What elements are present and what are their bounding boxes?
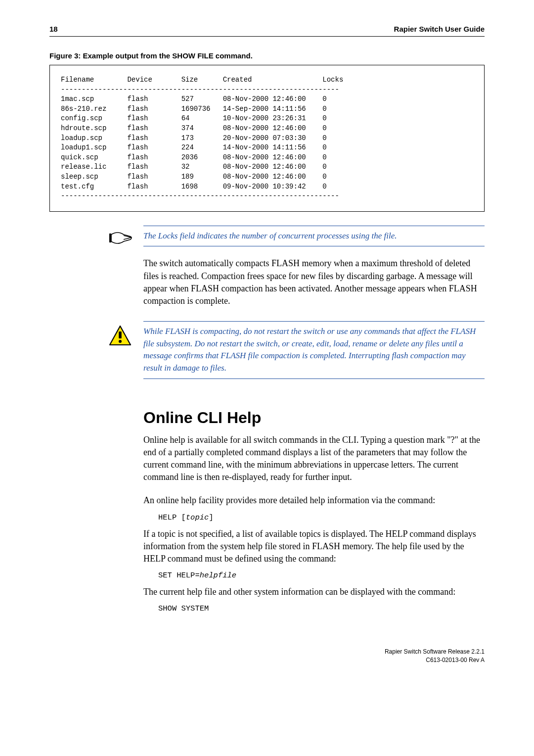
footer-release: Rapier Switch Software Release 2.2.1 <box>49 648 485 656</box>
command-show-system: SHOW SYSTEM <box>158 604 485 613</box>
warning-text: While FLASH is compacting, do not restar… <box>143 326 485 375</box>
command-help-topic: HELP [topic] <box>158 513 485 522</box>
warning-triangle-icon <box>109 325 133 345</box>
note-text: The Locks field indicates the number of … <box>143 230 485 242</box>
paragraph-compaction: The switch automatically compacts FLASH … <box>143 257 485 307</box>
command-set-help: SET HELP=helpfile <box>158 571 485 580</box>
footer-docid: C613-02013-00 Rev A <box>49 656 485 664</box>
show-file-output: Filename Device Size Created Locks -----… <box>49 65 485 212</box>
warning-flash-compaction: While FLASH is compacting, do not restar… <box>143 321 485 379</box>
page-footer: Rapier Switch Software Release 2.2.1 C61… <box>49 648 485 664</box>
page-number: 18 <box>49 25 58 33</box>
note-locks-field: The Locks field indicates the number of … <box>143 226 485 247</box>
heading-online-cli-help: Online CLI Help <box>143 409 485 427</box>
figure-caption: Figure 3: Example output from the SHOW F… <box>49 51 485 60</box>
page-header: 18 Rapier Switch User Guide <box>49 25 485 33</box>
paragraph-cli-help-intro: Online help is available for all switch … <box>143 434 485 484</box>
paragraph-help-facility: An online help facility provides more de… <box>143 494 485 507</box>
header-rule <box>49 36 485 37</box>
doc-title: Rapier Switch User Guide <box>394 25 485 33</box>
paragraph-show-system-intro: The current help file and other system i… <box>143 586 485 598</box>
hand-pointing-icon <box>109 230 133 249</box>
svg-point-3 <box>119 340 122 343</box>
svg-rect-2 <box>119 331 122 338</box>
paragraph-topic-not-specified: If a topic is not specified, a list of a… <box>143 528 485 566</box>
